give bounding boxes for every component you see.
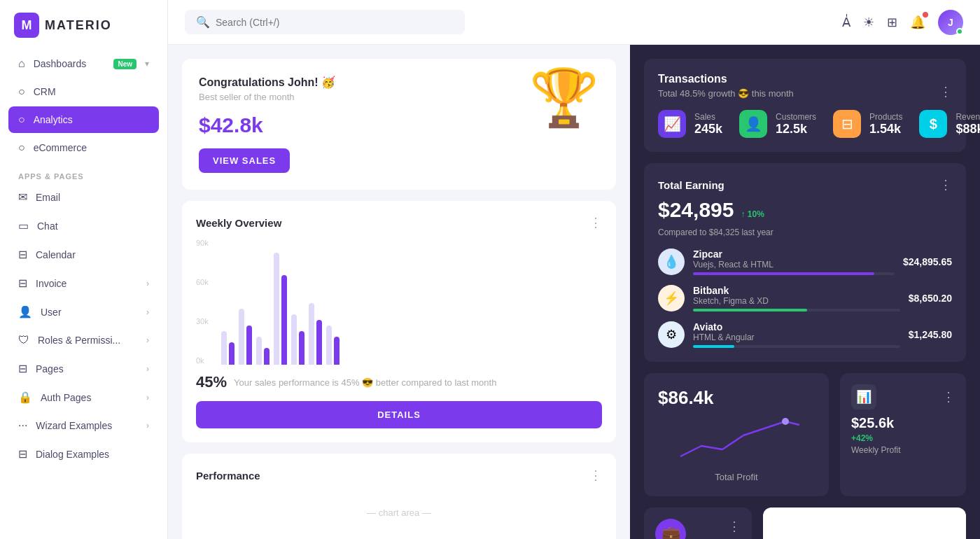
- bar-light: [291, 314, 297, 365]
- sidebar-item-roles[interactable]: 🛡 Roles & Permissi... ›: [8, 327, 159, 354]
- stat-sales: 📈 Sales 245k: [658, 110, 722, 138]
- products-label: Products: [869, 112, 902, 122]
- sidebar-label-dashboards: Dashboards: [34, 58, 106, 69]
- customers-icon: 👤: [745, 115, 762, 132]
- performance-menu-icon[interactable]: ⋮: [589, 468, 602, 483]
- circle-icon-2: ○: [18, 141, 25, 154]
- sidebar-item-crm[interactable]: ○ CRM: [8, 78, 159, 105]
- sidebar-item-chat[interactable]: ▭ Chat: [8, 212, 159, 239]
- sidebar-item-dashboards[interactable]: ⌂ Dashboards New ▾: [8, 50, 159, 77]
- bar-purple: [316, 320, 322, 365]
- weekly-header: Weekly Overview ⋮: [196, 215, 602, 230]
- brightness-icon[interactable]: ☀: [863, 15, 874, 30]
- y-label-60k: 60k: [196, 278, 209, 286]
- earning-compare: Compared to $84,325 last year: [658, 227, 952, 237]
- sidebar-label-wizard: Wizard Examples: [36, 420, 138, 431]
- bar-light: [274, 253, 279, 365]
- search-icon: 🔍: [196, 15, 210, 29]
- sidebar-label-crm: CRM: [34, 86, 149, 97]
- weekly-percent: 45%: [196, 373, 227, 391]
- sidebar-item-invoice[interactable]: ⊟ Invoice ›: [8, 270, 159, 297]
- revenue-label: Revenue: [955, 112, 980, 122]
- bar-purple: [264, 348, 270, 365]
- transactions-menu-icon[interactable]: ⋮: [939, 84, 952, 99]
- total-earning-title: Total Earning: [658, 179, 724, 191]
- earning-item-bitbank: ⚡ Bitbank Sketch, Figma & XD $8,650.20: [658, 285, 952, 312]
- weekly-chart-container: 90k 60k 30k 0k: [196, 239, 602, 365]
- search-bar[interactable]: 🔍: [185, 10, 465, 34]
- sidebar-item-analytics[interactable]: ○ Analytics: [8, 106, 159, 133]
- weekly-menu-icon[interactable]: ⋮: [589, 215, 602, 230]
- sidebar-item-calendar[interactable]: ⊟ Calendar: [8, 241, 159, 268]
- logo-text: MATERIO: [45, 18, 112, 33]
- grid-icon[interactable]: ⊞: [887, 15, 897, 30]
- avatar[interactable]: J: [938, 10, 963, 35]
- profit-small-label: Weekly Profit: [851, 445, 955, 455]
- user-icon: 👤: [18, 305, 32, 318]
- dialog-icon: ⊟: [18, 447, 27, 461]
- earning-item-aviato: ⚙ Aviato HTML & Angular $1,245.80: [658, 321, 952, 348]
- invoice-icon: ⊟: [18, 276, 27, 290]
- zipcar-tech: Vuejs, React & HTML: [693, 260, 895, 270]
- top-row: Congratulations John! 🥳 Best seller of t…: [182, 59, 616, 190]
- bell-icon[interactable]: 🔔: [910, 15, 925, 30]
- bitbank-amount: $8,650.20: [909, 293, 952, 304]
- sidebar-item-auth[interactable]: 🔒 Auth Pages ›: [8, 384, 159, 411]
- translate-icon[interactable]: A̍: [842, 15, 850, 30]
- weekly-overview-card: Weekly Overview ⋮ 90k 60k 30k 0k 45% You…: [182, 201, 616, 442]
- sidebar-label-dialog: Dialog Examples: [36, 449, 149, 460]
- wizard-icon: ···: [18, 419, 27, 432]
- total-profit-small-card: 📊 ⋮ $25.6k +42% Weekly Profit: [840, 373, 966, 496]
- sidebar-label-calendar: Calendar: [36, 249, 149, 260]
- sidebar-item-user[interactable]: 👤 User ›: [8, 298, 159, 326]
- svg-point-0: [782, 418, 789, 425]
- sidebar-item-dialog[interactable]: ⊟ Dialog Examples: [8, 440, 159, 468]
- aviato-icon: ⚙: [658, 321, 685, 348]
- bar-light: [326, 326, 332, 365]
- trend-up-icon: 📈: [664, 115, 681, 132]
- content-area: Congratulations John! 🥳 Best seller of t…: [168, 45, 980, 539]
- transactions-card: Transactions Total 48.5% growth 😎 this m…: [644, 59, 966, 152]
- sidebar-label-auth: Auth Pages: [41, 392, 138, 403]
- bar-group: [239, 309, 252, 365]
- y-label-0k: 0k: [196, 356, 209, 365]
- earning-item-zipcar: 💧 Zipcar Vuejs, React & HTML $24,895.65: [658, 248, 952, 275]
- sidebar-label-user: User: [41, 307, 138, 318]
- sidebar-item-ecommerce[interactable]: ○ eCommerce: [8, 134, 159, 161]
- new-project-menu-icon[interactable]: ⋮: [728, 519, 741, 534]
- zipcar-info: Zipcar Vuejs, React & HTML: [693, 248, 895, 275]
- chevron-right-icon-6: ›: [146, 421, 149, 430]
- sidebar-item-pages[interactable]: ⊟ Pages ›: [8, 355, 159, 382]
- sidebar-item-email[interactable]: ✉ Email: [8, 183, 159, 211]
- search-input[interactable]: [216, 17, 454, 28]
- chevron-right-icon-2: ›: [146, 307, 149, 317]
- total-earning-card: Total Earning ⋮ $24,895 ↑ 10% Compared t…: [644, 163, 966, 362]
- sidebar-label-pages: Pages: [36, 363, 138, 374]
- avatar-initials: J: [948, 17, 953, 28]
- email-icon: ✉: [18, 190, 27, 204]
- bar-light: [256, 337, 262, 365]
- earning-menu-icon[interactable]: ⋮: [939, 177, 952, 192]
- bar-purple: [246, 326, 252, 365]
- bitbank-bar-fill: [693, 309, 807, 312]
- bitbank-icon: ⚡: [658, 285, 685, 312]
- aviato-amount: $1,245.80: [909, 329, 952, 340]
- sidebar-item-wizard[interactable]: ··· Wizard Examples ›: [8, 412, 159, 439]
- aviato-name: Aviato: [693, 321, 900, 332]
- total-profit-big-card: $86.4k Total Profit: [644, 373, 829, 496]
- revenue-icon: $: [930, 116, 937, 132]
- details-button[interactable]: DETAILS: [196, 401, 602, 428]
- products-value: 1.54k: [869, 122, 902, 136]
- profit-small-menu-icon[interactable]: ⋮: [942, 389, 955, 405]
- bar-group: [291, 314, 304, 365]
- products-icon: ⊟: [841, 115, 853, 132]
- y-label-90k: 90k: [196, 239, 209, 247]
- bar-chart-icon: 📊: [856, 389, 872, 405]
- customers-label: Customers: [776, 112, 816, 122]
- view-sales-button[interactable]: VIEW SALES: [199, 148, 290, 173]
- chevron-right-icon-5: ›: [146, 393, 149, 402]
- sidebar-label-invoice: Invoice: [36, 278, 138, 289]
- zipcar-amount: $24,895.65: [903, 256, 952, 267]
- aviato-bar-fill: [693, 345, 734, 348]
- products-icon-box: ⊟: [833, 110, 861, 138]
